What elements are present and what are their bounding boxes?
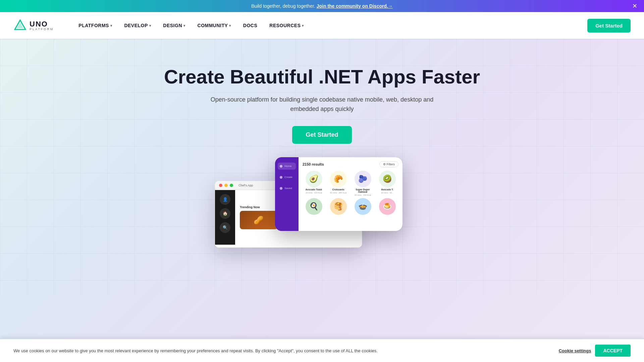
chevron-down-icon: ▾ bbox=[183, 24, 185, 27]
cookie-actions: Cookie settings ACCEPT bbox=[559, 345, 631, 357]
announcement-text: Build together, debug together. bbox=[251, 3, 315, 9]
food-meta-4: 10 mins · 32... bbox=[381, 192, 394, 194]
nav-item-resources[interactable]: RESOURCES ▾ bbox=[265, 20, 309, 31]
food-grid-row2: 🍳 🥞 🍲 🍮 bbox=[303, 198, 398, 215]
food-item-7: 🍲 bbox=[352, 198, 374, 215]
food-name-4: Avocado T. bbox=[381, 188, 393, 191]
food-item-3: 🫐 Super Duper Oatmeal 20 mins · 284 Kcal bbox=[352, 171, 374, 196]
nav-item-design[interactable]: DESIGN ▾ bbox=[158, 20, 190, 31]
desktop-sidebar-explore: 🔍 bbox=[220, 222, 230, 233]
logo-link[interactable]: UNO PLATFORM bbox=[13, 19, 54, 32]
chevron-down-icon: ▾ bbox=[110, 24, 112, 27]
cookie-text: We use cookies on our website to give yo… bbox=[13, 348, 549, 353]
logo-text: UNO PLATFORM bbox=[30, 20, 54, 31]
chevron-down-icon: ▾ bbox=[302, 24, 304, 27]
cookie-settings-button[interactable]: Cookie settings bbox=[559, 348, 591, 353]
food-item-1: 🥑 Avocado Toast 10 mins · 320 Kcal bbox=[303, 171, 325, 196]
food-image-5: 🍳 bbox=[306, 198, 322, 215]
food-meta-1: 10 mins · 320 Kcal bbox=[306, 192, 322, 194]
filter-icon: ⚙ bbox=[383, 163, 386, 166]
nav-cta-button[interactable]: Get Started bbox=[587, 19, 631, 33]
desktop-app-sidebar: 👤 🏠 🔍 bbox=[215, 190, 235, 245]
window-maximize-dot bbox=[230, 184, 233, 187]
food-grid: 🥑 Avocado Toast 10 mins · 320 Kcal 🥐 Cro… bbox=[303, 171, 398, 196]
food-item-4: 🥝 Avocado T. 10 mins · 32... bbox=[376, 171, 398, 196]
navigation: UNO PLATFORM PLATFORMS ▾ DEVELOP ▾ DESIG… bbox=[0, 12, 644, 39]
mobile-app-sidebar: Home Create Saved bbox=[275, 157, 299, 231]
food-item-6: 🥞 bbox=[327, 198, 350, 215]
desktop-sidebar-avatar: 👤 bbox=[220, 194, 230, 205]
nav-item-platforms[interactable]: PLATFORMS ▾ bbox=[74, 20, 117, 31]
logo-uno: UNO bbox=[30, 20, 54, 28]
hero-subtitle: Open-source platform for building single… bbox=[205, 95, 439, 114]
accept-cookies-button[interactable]: ACCEPT bbox=[595, 345, 631, 357]
mobile-sidebar-create: Create bbox=[278, 174, 296, 181]
screenshots-container: Home Create Saved 2150 resul bbox=[221, 157, 423, 275]
food-image-4: 🥝 bbox=[379, 171, 396, 187]
food-name-3: Super Duper Oatmeal bbox=[352, 188, 374, 193]
desktop-app-title: Chef's App bbox=[238, 184, 253, 187]
mobile-screenshot: Home Create Saved 2150 resul bbox=[255, 157, 382, 231]
window-close-dot bbox=[219, 184, 222, 187]
window-minimize-dot bbox=[224, 184, 228, 187]
nav-item-community[interactable]: COMMUNITY ▾ bbox=[193, 20, 236, 31]
hero-title: Create Beautiful .NET Apps Faster bbox=[7, 66, 637, 88]
chevron-down-icon: ▾ bbox=[149, 24, 151, 27]
announcement-bar: Build together, debug together. Join the… bbox=[0, 0, 644, 12]
food-image-1: 🥑 bbox=[306, 171, 322, 187]
nav-menu: PLATFORMS ▾ DEVELOP ▾ DESIGN ▾ COMMUNITY… bbox=[74, 20, 587, 31]
chevron-down-icon: ▾ bbox=[229, 24, 231, 27]
food-meta-2: 60 mins · 384 Kcal bbox=[330, 192, 346, 194]
logo-platform: PLATFORM bbox=[30, 28, 54, 31]
hero-section: Create Beautiful .NET Apps Faster Open-s… bbox=[0, 39, 644, 295]
mobile-app-window: Home Create Saved 2150 resul bbox=[275, 157, 402, 231]
mobile-app-content: 2150 results ⚙ Filters 🥑 Avocado Toast 1… bbox=[299, 157, 402, 231]
close-announcement-button[interactable]: ✕ bbox=[632, 3, 637, 9]
food-item-2: 🥐 Croissants 60 mins · 384 Kcal bbox=[327, 171, 350, 196]
cookie-banner: We use cookies on our website to give yo… bbox=[0, 339, 644, 362]
nav-item-develop[interactable]: DEVELOP ▾ bbox=[119, 20, 156, 31]
announcement-link[interactable]: Join the community on Discord.→ bbox=[317, 3, 393, 9]
results-count: 2150 results bbox=[303, 162, 324, 166]
mobile-sidebar-saved: Saved bbox=[278, 185, 296, 192]
filter-button[interactable]: ⚙ Filters bbox=[379, 161, 399, 167]
mobile-sidebar-home: Home bbox=[278, 163, 296, 170]
mobile-app-header: 2150 results ⚙ Filters bbox=[303, 161, 398, 167]
desktop-sidebar-home: 🏠 bbox=[220, 208, 230, 219]
food-image-6: 🥞 bbox=[330, 198, 347, 215]
food-item-8: 🍮 bbox=[376, 198, 398, 215]
food-name-1: Avocado Toast bbox=[306, 188, 322, 191]
food-meta-3: 20 mins · 284 Kcal bbox=[355, 194, 371, 196]
logo-icon bbox=[13, 19, 27, 32]
food-image-8: 🍮 bbox=[379, 198, 396, 215]
food-image-2: 🥐 bbox=[330, 171, 347, 187]
nav-item-docs[interactable]: DOCS bbox=[238, 20, 262, 31]
food-item-5: 🍳 bbox=[303, 198, 325, 215]
food-name-2: Croissants bbox=[332, 188, 344, 191]
food-image-7: 🍲 bbox=[355, 198, 371, 215]
food-image-3: 🫐 bbox=[355, 171, 371, 187]
hero-cta-button[interactable]: Get Started bbox=[292, 126, 352, 144]
